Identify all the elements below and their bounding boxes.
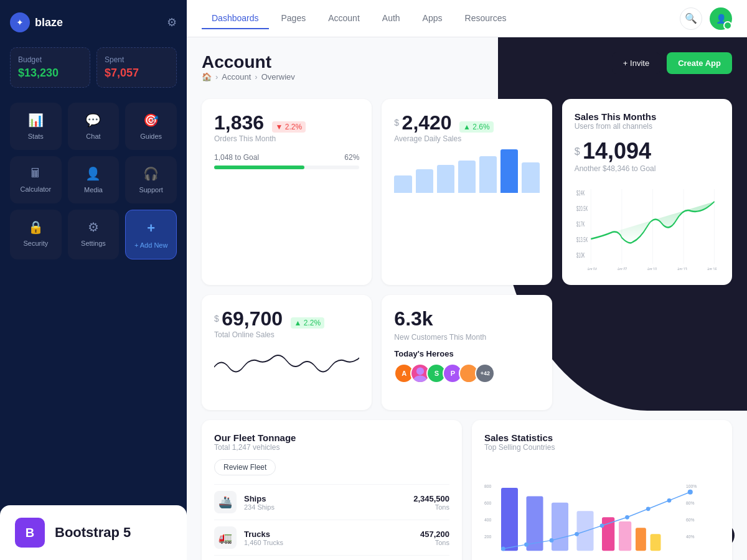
daily-sales-value: 2,420: [402, 111, 452, 134]
budget-label: Budget: [18, 55, 82, 64]
svg-rect-23: [501, 488, 518, 551]
add-new-icon: +: [147, 220, 155, 236]
sidebar-item-support[interactable]: 🎧 Support: [125, 156, 177, 203]
progress-header: 1,048 to Goal 62%: [214, 153, 359, 162]
svg-point-36: [524, 543, 529, 547]
svg-text:600: 600: [484, 501, 492, 505]
fleet-trucks-info: Trucks 1,460 Trucks: [244, 530, 283, 546]
svg-text:40%: 40%: [686, 534, 695, 539]
svg-point-18: [463, 376, 476, 384]
create-app-button[interactable]: Create App: [667, 52, 732, 74]
top-navigation: Dashboards Pages Account Auth Apps Resou…: [187, 0, 747, 37]
sidebar-item-media[interactable]: 👤 Media: [68, 156, 120, 203]
svg-point-37: [550, 538, 554, 543]
tab-dashboards[interactable]: Dashboards: [202, 8, 269, 29]
daily-sales-badge: ▲ 2.6%: [459, 121, 494, 133]
ships-value: 2,345,500 Tons: [413, 494, 449, 511]
online-sales-badge: ▲ 2.2%: [291, 317, 325, 329]
new-customers-label: New Customers This Month: [394, 333, 539, 342]
content-area: Account 🏠 › Account › Overwiev + Invite …: [187, 37, 747, 560]
breadcrumb-account[interactable]: Account: [222, 72, 251, 82]
sales-stats-card: Sales Statistics Top Selling Countries 8…: [472, 420, 732, 560]
svg-point-42: [667, 498, 672, 503]
invite-button[interactable]: + Invite: [612, 52, 660, 74]
content-inner: Account 🏠 › Account › Overwiev + Invite …: [202, 52, 732, 560]
tab-pages[interactable]: Pages: [271, 8, 316, 29]
orders-value-row: 1,836 ▼ 2.2%: [214, 111, 359, 134]
online-sales-chart: [214, 339, 359, 395]
bootstrap-text: Bootstrap 5: [55, 525, 131, 541]
breadcrumb-home: 🏠: [202, 72, 212, 82]
sidebar-item-guides[interactable]: 🎯 Guides: [125, 103, 177, 150]
svg-point-40: [625, 515, 629, 520]
svg-text:$24K: $24K: [576, 190, 585, 197]
review-fleet-button[interactable]: Review Fleet: [214, 459, 276, 475]
svg-text:$13.5K: $13.5K: [576, 236, 588, 243]
svg-text:80%: 80%: [686, 501, 695, 505]
tab-apps[interactable]: Apps: [413, 8, 453, 29]
tab-auth[interactable]: Auth: [372, 8, 410, 29]
progress-percent: 62%: [344, 153, 359, 162]
trucks-name: Trucks: [244, 530, 283, 539]
bootstrap-badge: B Bootstrap 5: [0, 505, 187, 560]
orders-card: 1,836 ▼ 2.2% Orders This Month 1,048 to …: [202, 99, 372, 285]
svg-text:Apr 07: Apr 07: [617, 266, 626, 270]
svg-text:$20.5K: $20.5K: [576, 205, 588, 212]
trucks-count: 1,460 Trucks: [244, 539, 283, 546]
trucks-icon: 🚛: [214, 526, 237, 549]
svg-point-43: [688, 490, 693, 495]
bar-5: [479, 156, 497, 194]
bar-7: [522, 162, 539, 193]
daily-sales-chart: [394, 143, 539, 193]
svg-text:200: 200: [484, 534, 492, 539]
sidebar-item-chat[interactable]: 💬 Chat: [68, 103, 120, 150]
tab-account[interactable]: Account: [318, 8, 370, 29]
svg-rect-25: [552, 503, 568, 551]
spent-card: Spent $7,057: [96, 47, 177, 88]
bar-2: [416, 169, 433, 194]
daily-sales-label: Average Daily Sales: [394, 134, 539, 143]
online-dollar: $: [214, 314, 219, 324]
breadcrumb-sep1: ›: [215, 72, 218, 82]
svg-text:60%: 60%: [686, 518, 695, 522]
sidebar-item-add-new[interactable]: + + Add New: [125, 210, 177, 259]
spent-label: Spent: [105, 55, 169, 64]
orders-progress: 1,048 to Goal 62%: [214, 153, 359, 169]
svg-text:100%: 100%: [686, 484, 697, 488]
nav-right: 🔍 👤: [680, 7, 732, 30]
svg-point-35: [501, 547, 505, 551]
sidebar-item-security[interactable]: 🔒 Security: [10, 210, 62, 259]
sales-dollar: $: [575, 146, 580, 157]
sidebar-item-security-label: Security: [23, 240, 48, 247]
svg-point-41: [646, 506, 651, 511]
security-icon: 🔒: [28, 220, 44, 235]
main-area: Dashboards Pages Account Auth Apps Resou…: [187, 0, 747, 560]
search-button[interactable]: 🔍: [680, 7, 702, 30]
sidebar-item-calculator[interactable]: 🖩 Calculator: [10, 156, 62, 203]
budget-cards: Budget $13,230 Spent $7,057: [10, 47, 177, 88]
daily-sales-value-row: $ 2,420 ▲ 2.6%: [394, 111, 539, 134]
online-sales-value: 69,700: [222, 307, 283, 330]
svg-point-16: [414, 376, 427, 384]
sidebar-item-media-label: Media: [84, 186, 103, 194]
tab-resources[interactable]: Resources: [455, 8, 517, 29]
progress-goal: 1,048 to Goal: [214, 153, 259, 162]
sidebar-item-settings[interactable]: ⚙ Settings: [68, 210, 120, 259]
fleet-ships-info: Ships 234 Ships: [244, 494, 275, 511]
dollar-prefix: $: [394, 118, 399, 128]
svg-text:Apr 16: Apr 16: [707, 266, 716, 270]
page-title-area: Account 🏠 › Account › Overwiev: [202, 52, 295, 94]
sidebar-item-stats[interactable]: 📊 Stats: [10, 103, 62, 150]
user-avatar[interactable]: 👤: [710, 7, 732, 30]
online-sales-label: Total Online Sales: [214, 330, 359, 339]
logo-text: blaze: [35, 16, 63, 29]
logo-icon: ✦: [10, 12, 30, 32]
logo: ✦ blaze: [10, 12, 63, 32]
bootstrap-icon: B: [15, 518, 45, 548]
calculator-icon: 🖩: [29, 166, 42, 180]
svg-text:$10K: $10K: [576, 252, 585, 259]
bar-1: [394, 175, 411, 193]
ships-icon: 🚢: [214, 491, 237, 513]
svg-point-38: [575, 532, 579, 536]
menu-icon[interactable]: ⚙: [167, 16, 177, 29]
